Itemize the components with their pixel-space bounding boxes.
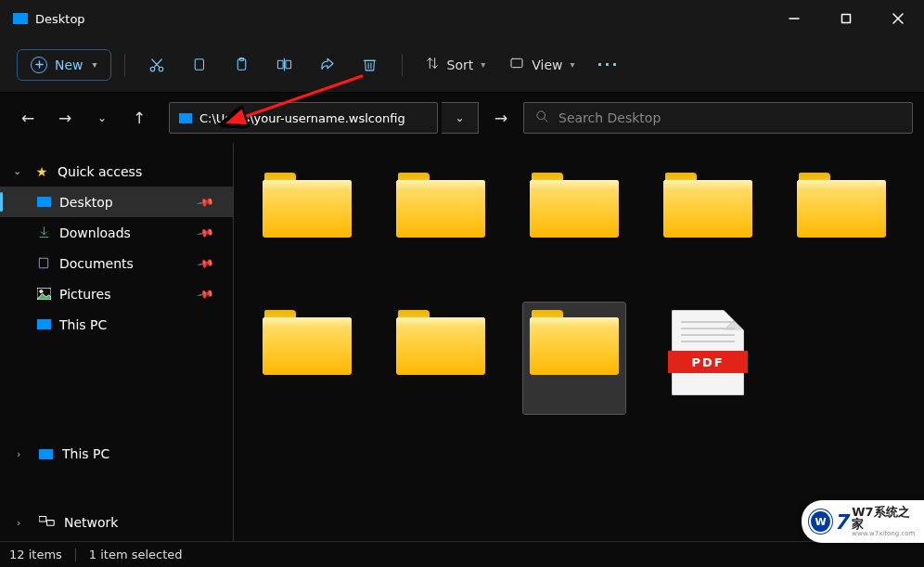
sort-icon [425, 56, 440, 73]
address-bar[interactable]: C:\Users\your-username.wslconfig [169, 102, 438, 134]
folder-icon [530, 310, 619, 375]
chevron-right-icon: › [17, 448, 30, 460]
sidebar-item-documents[interactable]: Documents 📌 [0, 248, 233, 278]
svg-rect-10 [195, 59, 203, 70]
pin-icon: 📌 [196, 223, 214, 241]
copy-button[interactable] [181, 46, 218, 84]
sidebar-item-pictures[interactable]: Pictures 📌 [0, 278, 233, 309]
folder-icon [263, 310, 352, 375]
app-icon [13, 13, 28, 24]
pin-icon: 📌 [196, 192, 214, 211]
svg-rect-19 [511, 58, 522, 67]
svg-rect-26 [39, 516, 46, 522]
address-dropdown[interactable]: ⌄ [442, 102, 479, 134]
share-button[interactable] [309, 46, 346, 84]
separator [402, 54, 403, 76]
watermark-badge-icon: W [809, 509, 832, 534]
folder-item[interactable] [256, 303, 358, 414]
recent-dropdown[interactable]: ⌄ [85, 101, 119, 135]
svg-rect-1 [842, 15, 851, 23]
sort-label: Sort [447, 58, 474, 72]
forward-button[interactable]: → [48, 101, 82, 135]
svg-line-21 [544, 118, 547, 122]
folder-icon [396, 310, 485, 375]
chevron-down-icon: ⌄ [455, 111, 464, 124]
folder-item[interactable] [390, 303, 492, 414]
status-selected-count: 1 item selected [89, 548, 183, 561]
maximize-button[interactable] [820, 0, 872, 37]
back-button[interactable]: ← [11, 101, 45, 135]
pin-icon: 📌 [196, 284, 214, 303]
search-placeholder: Search Desktop [558, 110, 661, 125]
titlebar: Desktop [0, 0, 924, 37]
search-input[interactable]: Search Desktop [523, 102, 913, 134]
view-label: View [532, 58, 562, 72]
more-button[interactable]: ··· [590, 46, 627, 84]
sort-button[interactable]: Sort ▾ [416, 49, 495, 80]
sidebar-item-thispc[interactable]: This PC [0, 309, 233, 340]
sidebar-item-label: This PC [59, 317, 107, 332]
delete-button[interactable] [352, 46, 389, 84]
desktop-icon [35, 197, 52, 207]
folder-item-selected[interactable] [523, 303, 625, 414]
pdf-icon: PDF [672, 310, 744, 395]
chevron-down-icon: ▾ [571, 59, 575, 70]
plus-icon [31, 57, 47, 73]
quick-access-header[interactable]: ⌄ ★ Quick access [0, 156, 233, 187]
paste-button[interactable] [224, 46, 261, 84]
pc-icon [39, 449, 53, 459]
svg-rect-14 [286, 60, 291, 69]
svg-rect-27 [47, 520, 55, 525]
separator [75, 548, 76, 561]
window-title: Desktop [35, 12, 768, 26]
watermark: W 7 W7系统之家 www.w7xitong.com [802, 500, 924, 543]
folder-item[interactable] [657, 165, 759, 277]
main-area: ⌄ ★ Quick access Desktop 📌 Downloads 📌 D… [0, 143, 924, 541]
watermark-url: www.w7xitong.com [852, 530, 918, 537]
sidebar-item-label: Pictures [59, 287, 110, 302]
window-controls [768, 0, 924, 37]
folder-icon [396, 173, 485, 238]
section-label: This PC [62, 446, 109, 461]
rename-button[interactable] [266, 46, 303, 84]
view-button[interactable]: View ▾ [500, 49, 584, 80]
sidebar-item-label: Desktop [59, 195, 113, 210]
toolbar: New ▾ Sort ▾ View ▾ ··· [0, 37, 924, 93]
folder-icon [663, 173, 752, 238]
sidebar-item-desktop[interactable]: Desktop 📌 [0, 187, 233, 217]
go-button[interactable]: → [482, 102, 520, 134]
folder-icon [797, 173, 886, 238]
minimize-button[interactable] [768, 0, 820, 37]
chevron-down-icon: ▾ [93, 59, 97, 70]
navigation-row: ← → ⌄ ↑ C:\Users\your-username.wslconfig… [0, 93, 924, 143]
chevron-down-icon: ▾ [481, 59, 485, 70]
pdf-badge: PDF [668, 351, 748, 373]
cut-button[interactable] [138, 46, 175, 84]
sidebar-item-label: Documents [59, 256, 134, 271]
sidebar-section-thispc[interactable]: › This PC [0, 435, 233, 472]
new-button[interactable]: New ▾ [17, 49, 111, 81]
close-button[interactable] [872, 0, 924, 37]
pictures-icon [35, 288, 52, 300]
folder-item[interactable] [256, 165, 358, 277]
up-button[interactable]: ↑ [122, 101, 156, 135]
watermark-logo-seven: 7 [834, 510, 848, 534]
watermark-brand: W7系统之家 [852, 506, 918, 530]
folder-icon [530, 173, 619, 238]
sidebar-item-downloads[interactable]: Downloads 📌 [0, 217, 233, 248]
content-area[interactable]: PDF [234, 143, 924, 541]
section-label: Network [64, 515, 118, 530]
chevron-right-icon: › [17, 517, 30, 529]
folder-item[interactable] [523, 165, 625, 277]
view-icon [509, 56, 524, 73]
separator [124, 54, 125, 76]
search-icon [535, 110, 549, 126]
status-item-count: 12 items [9, 548, 62, 561]
svg-rect-23 [39, 258, 47, 268]
quick-access-label: Quick access [58, 164, 142, 179]
sidebar-section-network[interactable]: › Network [0, 504, 233, 541]
folder-item[interactable] [790, 165, 892, 277]
folder-item[interactable] [390, 165, 492, 277]
network-icon [39, 515, 55, 531]
pdf-file-item[interactable]: PDF [657, 303, 759, 414]
